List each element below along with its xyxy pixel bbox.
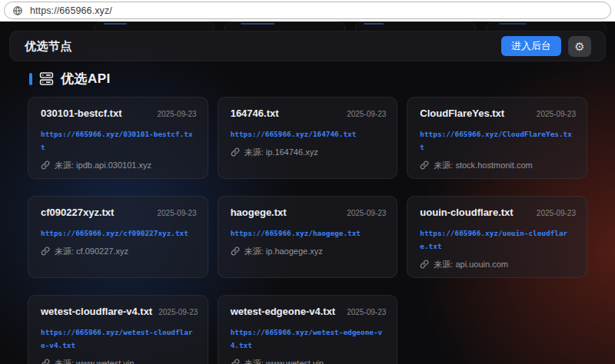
api-card-grid: 030101-bestcf.txt 2025-09-23 https://665…	[28, 97, 587, 364]
file-title: 030101-bestcf.txt	[41, 108, 122, 120]
file-source-row: 来源: www.wetest.vip	[231, 358, 387, 364]
file-url-link[interactable]: https://665966.xyz/uouin-cloudflare.txt	[420, 227, 576, 253]
site-info-globe-icon	[12, 5, 23, 16]
file-title: CloudFlareYes.txt	[420, 108, 504, 120]
file-url-link[interactable]: https://665966.xyz/cf090227xyz.txt	[41, 227, 197, 240]
link-icon	[41, 359, 50, 364]
file-url-link[interactable]: https://665966.xyz/CloudFlareYes.txt	[420, 127, 576, 154]
link-icon	[231, 147, 240, 157]
api-card: wetest-cloudflare-v4.txt 2025-09-23 http…	[28, 295, 208, 364]
file-source: 来源: api.uouin.com	[434, 259, 508, 270]
card-fragment	[94, 22, 214, 31]
api-card: CloudFlareYes.txt 2025-09-23 https://665…	[407, 97, 587, 179]
link-icon	[231, 359, 240, 364]
file-title: haogege.txt	[231, 207, 287, 219]
file-url-link[interactable]: https://665966.xyz/wetest-edgeone-v4.txt	[231, 326, 387, 352]
file-date: 2025-09-23	[347, 110, 386, 118]
file-source-row: 来源: cf.090227.xyz	[41, 246, 197, 256]
card-fragment	[355, 22, 476, 31]
file-source: 来源: www.wetest.vip	[244, 358, 324, 364]
file-source-row: 来源: stock.hostmonit.com	[420, 160, 576, 170]
file-date: 2025-09-23	[537, 110, 576, 118]
api-card: uouin-cloudflare.txt 2025-09-23 https://…	[407, 196, 587, 278]
gear-icon: ⚙	[574, 41, 584, 52]
section-header: 优选API	[29, 70, 111, 88]
file-source: 来源: ip.164746.xyz	[244, 147, 318, 157]
file-date: 2025-09-23	[347, 308, 386, 316]
file-date: 2025-09-23	[158, 308, 198, 316]
address-bar[interactable]: https://665966.xyz/	[4, 2, 611, 19]
file-source-row: 来源: api.uouin.com	[420, 259, 576, 270]
card-fragment	[486, 22, 607, 31]
api-card: 030101-bestcf.txt 2025-09-23 https://665…	[28, 97, 208, 179]
file-source: 来源: cf.090227.xyz	[55, 246, 128, 256]
file-date: 2025-09-23	[537, 209, 576, 217]
url-text: https://665966.xyz/	[30, 5, 112, 16]
file-source-row: 来源: ip.164746.xyz	[231, 147, 387, 157]
file-url-link[interactable]: https://665966.xyz/wetest-cloudflare-v4.…	[41, 326, 197, 352]
server-icon	[39, 71, 54, 86]
file-source: 来源: stock.hostmonit.com	[434, 160, 532, 170]
accent-bar	[29, 73, 32, 85]
browser-chrome: https://665966.xyz/	[0, 0, 615, 22]
api-card: 164746.txt 2025-09-23 https://665966.xyz…	[218, 97, 398, 179]
file-source: 来源: ip.haogege.xyz	[244, 246, 323, 256]
link-icon	[231, 247, 240, 256]
file-date: 2025-09-23	[158, 110, 197, 118]
file-url-link[interactable]: https://665966.xyz/haogege.txt	[231, 227, 387, 240]
file-url-link[interactable]: https://665966.xyz/164746.txt	[231, 127, 387, 141]
file-date: 2025-09-23	[347, 209, 386, 217]
file-url-link[interactable]: https://665966.xyz/030101-bestcf.txt	[41, 127, 197, 154]
file-source: 来源: ipdb.api.030101.xyz	[55, 160, 151, 170]
link-icon	[420, 260, 429, 269]
card-fragment	[224, 22, 345, 31]
link-icon	[420, 160, 429, 170]
api-card: haogege.txt 2025-09-23 https://665966.xy…	[218, 196, 398, 278]
page-background: 优选节点 进入后台 ⚙ 优选API 030101-bestcf.txt 2025…	[0, 22, 615, 364]
enter-admin-button[interactable]: 进入后台	[501, 36, 561, 56]
api-card: cf090227xyz.txt 2025-09-23 https://66596…	[28, 196, 208, 278]
file-title: cf090227xyz.txt	[41, 207, 114, 219]
link-icon	[41, 160, 50, 170]
settings-button[interactable]: ⚙	[568, 36, 591, 57]
section-title: 优选API	[61, 70, 111, 88]
file-source-row: 来源: ip.haogege.xyz	[231, 246, 387, 256]
link-icon	[41, 247, 50, 256]
scrolled-card-fragments	[0, 22, 615, 31]
file-title: wetest-edgeone-v4.txt	[231, 306, 336, 318]
file-title: wetest-cloudflare-v4.txt	[41, 306, 152, 318]
page-header: 优选节点 进入后台 ⚙	[9, 31, 606, 61]
file-source-row: 来源: www.wetest.vip	[41, 358, 197, 364]
file-title: 164746.txt	[231, 108, 279, 120]
file-title: uouin-cloudflare.txt	[420, 207, 513, 219]
header-actions: 进入后台 ⚙	[501, 36, 591, 57]
file-date: 2025-09-23	[158, 209, 197, 217]
api-card: wetest-edgeone-v4.txt 2025-09-23 https:/…	[218, 295, 398, 364]
file-source: 来源: www.wetest.vip	[55, 358, 134, 364]
file-source-row: 来源: ipdb.api.030101.xyz	[41, 160, 197, 170]
page-title: 优选节点	[25, 39, 72, 54]
